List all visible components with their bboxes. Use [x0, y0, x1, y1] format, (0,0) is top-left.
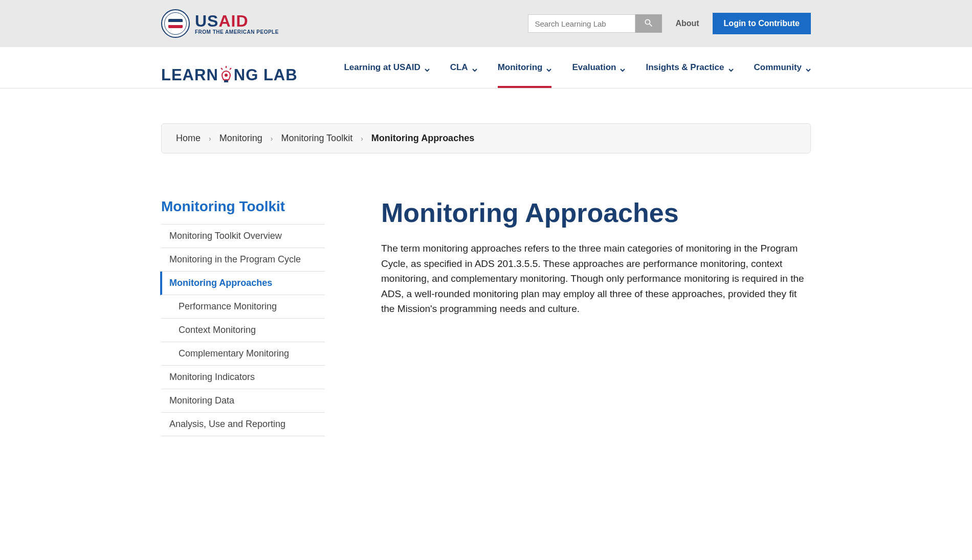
logo-text-2: NG LAB — [234, 66, 298, 84]
nav-item-label: CLA — [450, 62, 468, 73]
chevron-down-icon — [620, 65, 625, 70]
chevron-down-icon — [425, 65, 430, 70]
bulb-icon — [219, 66, 233, 84]
nav-item-cla[interactable]: CLA — [450, 62, 477, 88]
svg-line-2 — [221, 68, 223, 70]
main-nav: Learning at USAIDCLAMonitoringEvaluation… — [344, 62, 811, 88]
svg-rect-0 — [224, 80, 228, 82]
nav-item-evaluation[interactable]: Evaluation — [572, 62, 625, 88]
sidebar-item[interactable]: Monitoring Approaches — [160, 272, 325, 295]
sidebar-item[interactable]: Monitoring Data — [161, 389, 325, 413]
page-text: The term monitoring approaches refers to… — [381, 241, 811, 316]
chevron-right-icon: › — [361, 135, 363, 143]
svg-point-4 — [225, 74, 228, 77]
sidebar-list: Monitoring Toolkit OverviewMonitoring in… — [161, 224, 325, 436]
nav-item-learning-at-usaid[interactable]: Learning at USAID — [344, 62, 429, 88]
nav-item-label: Community — [754, 62, 802, 73]
sidebar: Monitoring Toolkit Monitoring Toolkit Ov… — [161, 198, 325, 436]
usaid-aid-text: AID — [218, 13, 248, 29]
about-link[interactable]: About — [675, 19, 699, 28]
sidebar-item[interactable]: Monitoring Indicators — [161, 366, 325, 389]
search-form — [528, 14, 662, 33]
login-button[interactable]: Login to Contribute — [713, 13, 811, 34]
breadcrumb-link[interactable]: Monitoring — [219, 133, 262, 144]
chevron-down-icon — [728, 65, 734, 70]
breadcrumb: Home›Monitoring›Monitoring Toolkit›Monit… — [161, 123, 811, 153]
usaid-logo[interactable]: US AID FROM THE AMERICAN PEOPLE — [161, 9, 279, 38]
nav-item-label: Learning at USAID — [344, 62, 420, 73]
nav-item-community[interactable]: Community — [754, 62, 811, 88]
sidebar-item[interactable]: Monitoring Toolkit Overview — [161, 225, 325, 248]
sidebar-item[interactable]: Analysis, Use and Reporting — [161, 413, 325, 436]
nav-item-insights-practice[interactable]: Insights & Practice — [646, 62, 733, 88]
breadcrumb-current: Monitoring Approaches — [371, 133, 474, 144]
search-input[interactable] — [528, 14, 635, 33]
search-button[interactable] — [635, 14, 662, 33]
main-content: Monitoring Approaches The term monitorin… — [381, 198, 811, 316]
learning-lab-logo[interactable]: LEARN NG LAB — [161, 66, 298, 84]
sidebar-item[interactable]: Complementary Monitoring — [161, 342, 325, 366]
chevron-down-icon — [546, 65, 551, 70]
usaid-wordmark: US AID FROM THE AMERICAN PEOPLE — [195, 13, 279, 35]
sidebar-title[interactable]: Monitoring Toolkit — [161, 198, 325, 215]
nav-item-label: Insights & Practice — [646, 62, 724, 73]
page-title: Monitoring Approaches — [381, 198, 811, 228]
search-icon — [644, 18, 654, 30]
usaid-tagline: FROM THE AMERICAN PEOPLE — [195, 29, 279, 35]
svg-line-3 — [230, 68, 231, 70]
logo-text-1: LEARN — [161, 66, 218, 84]
breadcrumb-link[interactable]: Home — [176, 133, 201, 144]
usaid-us-text: US — [195, 13, 218, 29]
breadcrumb-link[interactable]: Monitoring Toolkit — [281, 133, 352, 144]
chevron-right-icon: › — [209, 135, 211, 143]
chevron-down-icon — [472, 65, 477, 70]
sidebar-item[interactable]: Performance Monitoring — [161, 295, 325, 319]
chevron-down-icon — [806, 65, 811, 70]
nav-item-monitoring[interactable]: Monitoring — [498, 62, 552, 88]
sidebar-item[interactable]: Context Monitoring — [161, 319, 325, 342]
chevron-right-icon: › — [271, 135, 273, 143]
usaid-seal-icon — [161, 9, 190, 38]
nav-item-label: Evaluation — [572, 62, 616, 73]
nav-item-label: Monitoring — [498, 62, 543, 73]
sidebar-item[interactable]: Monitoring in the Program Cycle — [161, 248, 325, 272]
